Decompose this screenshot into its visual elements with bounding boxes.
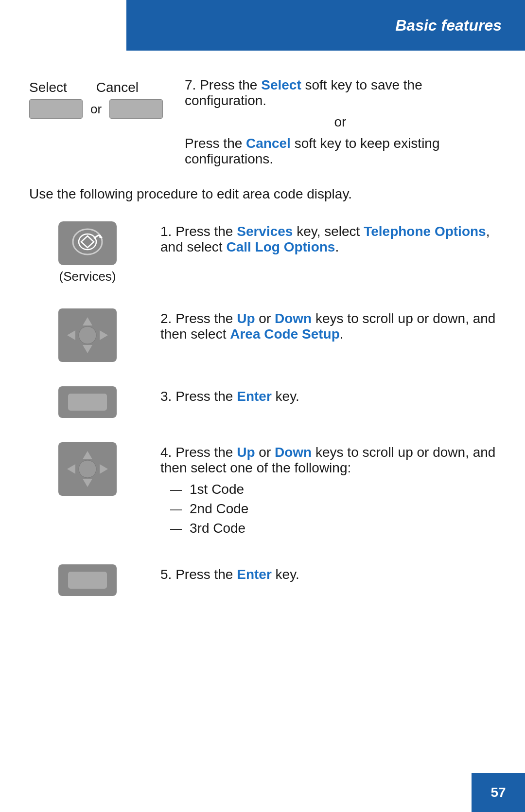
step2-icon-area xyxy=(29,308,146,362)
svg-rect-0 xyxy=(58,221,117,265)
procedure-text: Use the following procedure to edit area… xyxy=(29,186,496,202)
step5-icon-area xyxy=(29,564,146,596)
step1-text-part2: key, select xyxy=(293,224,364,239)
enter-icon-2 xyxy=(58,564,117,596)
step2-text-part2: or xyxy=(255,311,275,326)
step1-text-part4: . xyxy=(335,239,339,254)
step5-highlight1: Enter xyxy=(237,567,272,582)
nav-icon xyxy=(58,308,117,362)
step-4-row: 4. Press the Up or Down keys to scroll u… xyxy=(29,442,496,540)
step4-text-part2: or xyxy=(255,445,275,460)
select-button[interactable] xyxy=(29,99,83,119)
step4-highlight1: Up xyxy=(237,445,255,460)
step1-highlight1: Services xyxy=(237,224,293,239)
step1-text: 1. Press the Services key, select Teleph… xyxy=(160,221,496,255)
main-content: Select Cancel or 7. Press the Select sof… xyxy=(0,51,525,659)
step1-highlight2: Telephone Options xyxy=(364,224,486,239)
cancel-label: Cancel xyxy=(96,80,139,95)
step2-text-part1: Press the xyxy=(175,311,237,326)
step7-section: Select Cancel or 7. Press the Select sof… xyxy=(29,75,496,167)
step4-text-part1: Press the xyxy=(175,445,237,460)
step3-text-part1: Press the xyxy=(175,389,237,404)
step5-text-part1: Press the xyxy=(175,567,237,582)
step4-icon-area xyxy=(29,442,146,496)
step7-text-part3: Press the xyxy=(185,136,246,151)
code-list-item-3: —3rd Code xyxy=(170,521,496,536)
cancel-button[interactable] xyxy=(109,99,163,119)
step5-text-part2: key. xyxy=(272,567,299,582)
step2-text-part4: . xyxy=(340,326,344,342)
softkey-or-text: or xyxy=(90,102,102,117)
softkey-labels: Select Cancel xyxy=(29,80,139,95)
softkey-area: Select Cancel or xyxy=(29,75,175,119)
step7-or: or xyxy=(185,114,496,130)
step2-highlight2: Down xyxy=(275,311,312,326)
softkey-buttons-row: or xyxy=(29,99,163,119)
page-number: 57 xyxy=(490,785,506,800)
code-list-item-1: —1st Code xyxy=(170,482,496,497)
step2-highlight1: Up xyxy=(237,311,255,326)
step3-number: 3. xyxy=(160,389,172,404)
code-list: —1st Code —2nd Code —3rd Code xyxy=(170,482,496,536)
step7-number: 7. xyxy=(185,77,196,92)
svg-rect-14 xyxy=(68,394,107,411)
step3-text-part2: key. xyxy=(272,389,299,404)
step1-text-part1: Press the xyxy=(175,224,237,239)
step5-number: 5. xyxy=(160,567,172,582)
step1-icon-area: (Services) xyxy=(29,221,146,284)
services-label: (Services) xyxy=(59,269,116,284)
select-label: Select xyxy=(29,80,67,95)
step5-text: 5. Press the Enter key. xyxy=(160,564,496,582)
step1-number: 1. xyxy=(160,224,172,239)
step-3-row: 3. Press the Enter key. xyxy=(29,386,496,418)
step-5-row: 5. Press the Enter key. xyxy=(29,564,496,596)
step2-highlight3: Area Code Setup xyxy=(230,326,340,342)
svg-point-16 xyxy=(79,460,96,478)
enter-icon xyxy=(58,386,117,418)
step7-text: 7. Press the Select soft key to save the… xyxy=(185,75,496,167)
header-title: Basic features xyxy=(395,17,502,35)
step4-highlight2: Down xyxy=(275,445,312,460)
nav-icon-2 xyxy=(58,442,117,496)
step4-number: 4. xyxy=(160,445,172,460)
step3-highlight1: Enter xyxy=(237,389,272,404)
step3-text: 3. Press the Enter key. xyxy=(160,386,496,404)
code-list-item-2: —2nd Code xyxy=(170,501,496,517)
step-2-row: 2. Press the Up or Down keys to scroll u… xyxy=(29,308,496,362)
services-icon xyxy=(58,221,117,265)
step-1-row: (Services) 1. Press the Services key, se… xyxy=(29,221,496,284)
svg-rect-22 xyxy=(68,572,107,589)
step3-icon-area xyxy=(29,386,146,418)
svg-point-8 xyxy=(79,326,96,344)
step2-number: 2. xyxy=(160,311,172,326)
step4-text: 4. Press the Up or Down keys to scroll u… xyxy=(160,442,496,540)
step7-text-part1: Press the xyxy=(200,77,261,92)
footer: 57 xyxy=(472,773,525,812)
step7-select-highlight: Select xyxy=(261,77,301,92)
step2-text: 2. Press the Up or Down keys to scroll u… xyxy=(160,308,496,342)
step1-highlight3: Call Log Options xyxy=(226,239,335,254)
header-bar: Basic features xyxy=(126,0,525,51)
step7-cancel-highlight: Cancel xyxy=(246,136,291,151)
